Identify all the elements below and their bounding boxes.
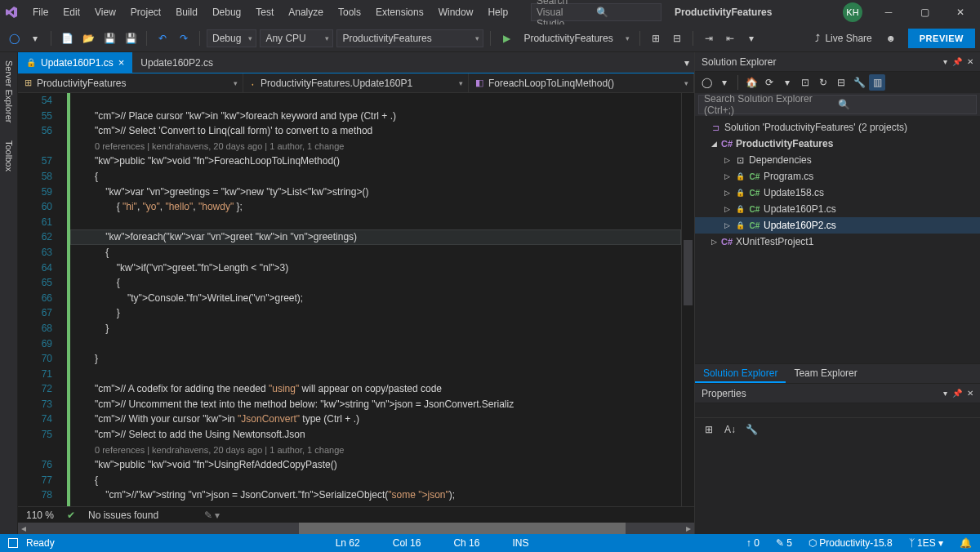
scroll-left-icon[interactable]: ◂: [18, 523, 29, 534]
undo-icon[interactable]: ↶: [154, 29, 172, 47]
pencil-icon[interactable]: ✎ ▾: [204, 510, 220, 521]
panel-close-icon[interactable]: ✕: [967, 57, 973, 66]
toolbar-icon-3[interactable]: ⇥: [700, 29, 718, 47]
tree-file[interactable]: ▷ 🔒 C# Update158.cs: [695, 185, 980, 201]
expand-icon[interactable]: ▷: [723, 221, 731, 229]
toolbar-icon-5[interactable]: ▾: [742, 29, 760, 47]
tab-close-icon[interactable]: ×: [118, 56, 125, 69]
close-button[interactable]: ✕: [944, 0, 977, 24]
menu-project[interactable]: Project: [124, 3, 167, 21]
server-explorer-tab[interactable]: Server Explorer: [2, 56, 16, 127]
alpha-icon[interactable]: A↓: [721, 421, 739, 438]
open-icon[interactable]: 📂: [79, 29, 97, 47]
window-title: ProductivityFeatures: [675, 7, 772, 18]
menu-edit[interactable]: Edit: [56, 3, 87, 21]
tree-file[interactable]: ▷ 🔒 C# Update160P1.cs: [695, 201, 980, 217]
save-all-icon[interactable]: 💾: [122, 29, 140, 47]
menu-build[interactable]: Build: [169, 3, 204, 21]
categorize-icon[interactable]: ⊞: [700, 421, 718, 438]
expand-icon[interactable]: ▷: [723, 156, 731, 164]
expand-icon[interactable]: ▷: [723, 205, 731, 213]
menu-view[interactable]: View: [88, 3, 122, 21]
back-button[interactable]: ◯: [5, 29, 23, 47]
toolbar-icon-2[interactable]: ⊟: [668, 29, 686, 47]
tree-project-2[interactable]: ▷ C# XUnitTestProject1: [695, 234, 980, 250]
crumb-namespace[interactable]: ⊞ ProductivityFeatures: [18, 73, 243, 92]
menu-tools[interactable]: Tools: [332, 3, 368, 21]
status-icon: [8, 538, 18, 548]
forward-button[interactable]: ▾: [26, 29, 44, 47]
tree-dependencies[interactable]: ▷ ⊡ Dependencies: [695, 152, 980, 168]
tree-project[interactable]: ◢ C# ProductivityFeatures: [695, 136, 980, 152]
status-bell-icon[interactable]: 🔔: [960, 537, 972, 549]
se-home-icon[interactable]: 🏠: [743, 74, 760, 91]
crumb-class[interactable]: ⬪ ProductivityFeatures.Update160P1: [243, 73, 469, 92]
panel-pin-icon[interactable]: 📌: [952, 57, 962, 66]
minimize-button[interactable]: ─: [872, 0, 905, 24]
se-showall-icon[interactable]: ⊡: [797, 74, 813, 91]
se-props-icon[interactable]: 🔧: [851, 74, 867, 91]
se-collapse-icon[interactable]: ⊟: [833, 74, 849, 91]
code-editor[interactable]: 5455565758596061626364656667686970717273…: [18, 93, 694, 506]
se-sync-icon[interactable]: ⟳: [761, 74, 777, 91]
se-refresh-icon[interactable]: ↻: [815, 74, 831, 91]
menu-window[interactable]: Window: [432, 3, 480, 21]
preview-badge[interactable]: PREVIEW: [908, 29, 975, 48]
menu-test[interactable]: Test: [249, 3, 280, 21]
tabs-overflow-icon[interactable]: ▾: [679, 57, 694, 69]
status-edits[interactable]: ✎ 5: [776, 537, 792, 549]
se-filter-icon[interactable]: ▾: [779, 74, 795, 91]
tree-file[interactable]: ▷ 🔒 C# Program.cs: [695, 168, 980, 185]
config-dropdown[interactable]: Debug: [207, 29, 256, 47]
liveshare-button[interactable]: ⤴ Live Share: [808, 33, 878, 44]
se-fwd-icon[interactable]: ▾: [716, 74, 733, 91]
tab-solution-explorer[interactable]: Solution Explorer: [695, 364, 786, 383]
user-avatar[interactable]: KH: [843, 2, 862, 22]
tree-file-selected[interactable]: ▷ 🔒 C# Update160P2.cs: [695, 217, 980, 234]
menu-help[interactable]: Help: [481, 3, 514, 21]
quick-launch-search[interactable]: Search Visual Studio... 🔍: [531, 3, 662, 21]
save-icon[interactable]: 💾: [100, 29, 118, 47]
scroll-right-icon[interactable]: ▸: [683, 523, 694, 534]
status-push[interactable]: ↑ 0: [746, 537, 760, 549]
maximize-button[interactable]: ▢: [908, 0, 941, 24]
tab-inactive[interactable]: Update160P2.cs: [132, 52, 221, 73]
zoom-level[interactable]: 110 %: [26, 510, 54, 521]
se-back-icon[interactable]: ◯: [698, 74, 715, 91]
startup-dropdown[interactable]: ProductivityFeatures: [336, 29, 483, 47]
se-preview-icon[interactable]: ▥: [869, 74, 885, 91]
panel-pin-icon[interactable]: 📌: [952, 389, 962, 398]
toolbar-icon-1[interactable]: ⊞: [647, 29, 665, 47]
panel-dropdown-icon[interactable]: ▾: [943, 57, 947, 66]
start-debug-button[interactable]: ▶: [497, 29, 515, 47]
toolbox-tab[interactable]: Toolbox: [2, 136, 16, 176]
tree-solution[interactable]: ⊐ Solution 'ProductivityFeatures' (2 pro…: [695, 119, 980, 136]
horizontal-scrollbar[interactable]: ◂ ▸: [18, 523, 694, 534]
feedback-icon[interactable]: ☻: [882, 29, 900, 47]
run-target-dropdown[interactable]: ProductivityFeatures: [519, 29, 633, 47]
panel-dropdown-icon[interactable]: ▾: [943, 389, 947, 398]
tab-active[interactable]: 🔒 Update160P1.cs ×: [18, 52, 132, 73]
status-branch[interactable]: ᛉ 1ES ▾: [909, 537, 943, 549]
new-project-icon[interactable]: 📄: [58, 29, 76, 47]
vertical-scrollbar[interactable]: [681, 93, 694, 506]
menu-file[interactable]: File: [26, 3, 55, 21]
right-dock: Solution Explorer ▾ 📌 ✕ ◯ ▾ 🏠 ⟳ ▾ ⊡ ↻ ⊟ …: [694, 52, 980, 534]
menu-debug[interactable]: Debug: [206, 3, 247, 21]
crumb-method[interactable]: ◧ ForeachLoopToLinqMethod(): [469, 73, 694, 92]
tab-team-explorer[interactable]: Team Explorer: [786, 364, 865, 383]
panel-close-icon[interactable]: ✕: [967, 389, 973, 398]
right-panel-tabs: Solution Explorer Team Explorer: [695, 363, 980, 383]
menu-analyze[interactable]: Analyze: [282, 3, 330, 21]
expand-icon[interactable]: ▷: [710, 238, 718, 246]
expand-icon[interactable]: ◢: [710, 140, 718, 148]
expand-icon[interactable]: ▷: [723, 172, 731, 180]
wrench-icon[interactable]: 🔧: [742, 421, 760, 438]
menu-extensions[interactable]: Extensions: [369, 3, 430, 21]
expand-icon[interactable]: ▷: [723, 189, 731, 197]
platform-dropdown[interactable]: Any CPU: [260, 29, 333, 47]
status-repo[interactable]: ⬡ Productivity-15.8: [808, 537, 893, 549]
solution-explorer-search[interactable]: Search Solution Explorer (Ctrl+;) 🔍: [698, 95, 977, 114]
toolbar-icon-4[interactable]: ⇤: [721, 29, 739, 47]
redo-icon[interactable]: ↷: [175, 29, 193, 47]
